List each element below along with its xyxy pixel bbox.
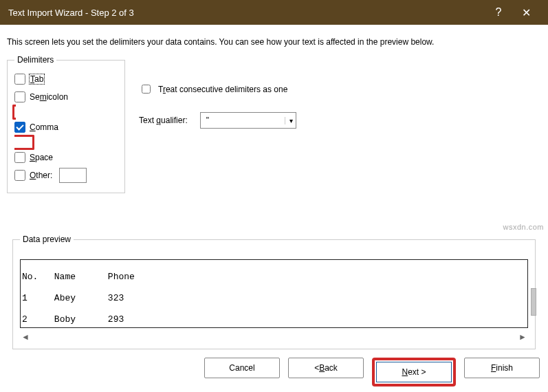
data-preview-group: Data preview No. Name Phone 1 Abey 323 2… xyxy=(12,235,536,349)
table-row: 1 Abey 323 xyxy=(22,293,526,304)
qualifier-value: " xyxy=(206,116,209,125)
preview-header-row: No. Name Phone xyxy=(22,272,526,283)
delimiter-tab-label: Tab xyxy=(30,74,44,84)
data-preview-box: No. Name Phone 1 Abey 323 2 Boby 293 3 C… xyxy=(20,259,528,328)
next-button-highlight: Next > xyxy=(372,358,456,386)
qualifier-label: Text qualifier: xyxy=(139,116,188,125)
delimiter-semicolon-checkbox[interactable] xyxy=(14,91,25,102)
close-button[interactable]: ✕ xyxy=(512,6,540,19)
window-title: Text Import Wizard - Step 2 of 3 xyxy=(8,8,485,18)
instructions-text: This screen lets you set the delimiters … xyxy=(7,37,542,47)
consecutive-row[interactable]: Treat consecutive delimiters as one xyxy=(139,83,296,96)
delimiter-tab-row[interactable]: Tab xyxy=(14,72,118,87)
consecutive-checkbox[interactable] xyxy=(142,85,151,94)
delimiter-comma-checkbox[interactable] xyxy=(14,122,25,133)
delimiter-other-label: Other: xyxy=(30,171,52,180)
horizontal-scrollbar[interactable]: ◄ ► xyxy=(20,331,528,343)
watermark: wsxdn.com xyxy=(503,223,544,231)
delimiter-comma-row[interactable]: Comma xyxy=(14,120,118,135)
consecutive-label: Treat consecutive delimiters as one xyxy=(158,85,287,94)
scroll-left-icon[interactable]: ◄ xyxy=(21,332,30,342)
delimiters-legend: Delimiters xyxy=(14,55,56,65)
delimiter-comma-label: Comma xyxy=(30,122,58,132)
scroll-right-icon[interactable]: ► xyxy=(518,332,527,342)
cancel-button[interactable]: Cancel xyxy=(204,358,280,378)
delimiter-other-checkbox[interactable] xyxy=(14,170,25,181)
qualifier-select[interactable]: " ▾ xyxy=(200,112,296,129)
help-button[interactable]: ? xyxy=(485,6,512,19)
delimiter-other-row[interactable]: Other: xyxy=(14,168,118,183)
vertical-scroll-thumb[interactable] xyxy=(531,288,536,316)
delimiter-semicolon-label: Semicolon xyxy=(30,92,68,102)
back-button[interactable]: < Back xyxy=(288,358,364,378)
delimiter-space-row[interactable]: Space xyxy=(14,150,118,165)
title-bar: Text Import Wizard - Step 2 of 3 ? ✕ xyxy=(0,0,548,25)
finish-button[interactable]: Finish xyxy=(464,358,540,378)
table-row: 2 Boby 293 xyxy=(22,314,526,325)
delimiter-comma-highlight: Comma xyxy=(12,105,118,150)
delimiter-space-checkbox[interactable] xyxy=(14,152,25,163)
chevron-down-icon: ▾ xyxy=(285,117,293,124)
delimiter-other-input[interactable] xyxy=(59,168,87,183)
delimiters-group: Delimiters Tab Semicolon Comma Space xyxy=(7,55,125,193)
next-button[interactable]: Next > xyxy=(376,362,452,382)
data-preview-legend: Data preview xyxy=(20,235,74,244)
delimiter-space-label: Space xyxy=(30,153,53,162)
delimiter-semicolon-row[interactable]: Semicolon xyxy=(14,89,118,105)
delimiter-tab-checkbox[interactable] xyxy=(14,74,25,85)
